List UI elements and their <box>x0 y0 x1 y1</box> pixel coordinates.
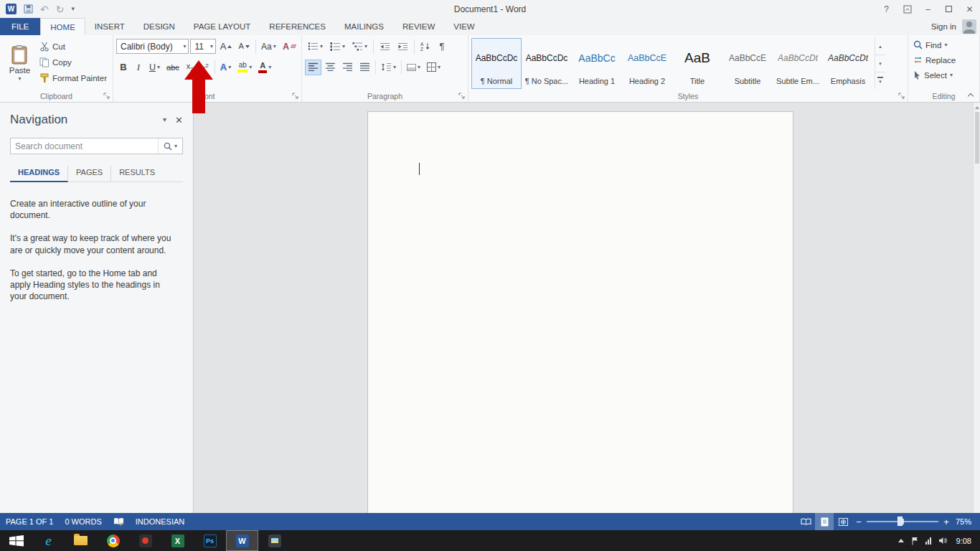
align-right-button[interactable] <box>339 60 356 75</box>
increase-indent-button[interactable] <box>395 39 411 55</box>
app-icon-red[interactable] <box>129 530 161 551</box>
read-mode-button[interactable] <box>796 513 815 530</box>
multilevel-list-button[interactable]: ▾ <box>349 39 370 55</box>
italic-button[interactable]: I <box>131 60 146 75</box>
language-status[interactable]: INDONESIAN <box>130 513 190 530</box>
align-center-button[interactable] <box>322 60 339 75</box>
style-subtitle[interactable]: AaBbCcE Subtitle <box>722 38 773 89</box>
zoom-in-button[interactable]: + <box>940 513 953 530</box>
style-heading-1[interactable]: AaBbCc Heading 1 <box>572 38 622 89</box>
zoom-slider-thumb[interactable] <box>897 517 903 526</box>
scrollbar-up-icon[interactable] <box>975 106 979 109</box>
bullets-button[interactable]: ▾ <box>305 39 326 55</box>
subscript-button[interactable]: x2 <box>183 60 197 75</box>
styles-scroll-down-icon[interactable]: ▾ <box>875 55 885 72</box>
clear-formatting-button[interactable]: A <box>280 39 298 55</box>
minimize-button[interactable]: – <box>918 0 938 18</box>
search-button[interactable]: ▾ <box>158 138 182 154</box>
tab-insert[interactable]: INSERT <box>85 18 134 35</box>
tab-home[interactable]: HOME <box>40 18 85 35</box>
cut-button[interactable]: Cut <box>37 39 110 54</box>
show-hide-pilcrow-button[interactable]: ¶ <box>435 39 449 55</box>
font-family-combo[interactable]: Calibri (Body) ▾ <box>116 39 189 54</box>
page-count[interactable]: PAGE 1 OF 1 <box>0 513 59 530</box>
find-button[interactable]: Find ▾ <box>911 37 976 52</box>
tab-mailings[interactable]: MAILINGS <box>335 18 393 35</box>
zoom-slider[interactable] <box>865 513 940 530</box>
start-button[interactable] <box>0 530 32 551</box>
show-hidden-icons-icon[interactable] <box>898 539 904 542</box>
word-taskbar-icon[interactable]: W <box>226 530 258 551</box>
collapse-ribbon-icon[interactable] <box>966 91 975 98</box>
borders-button[interactable]: ▾ <box>424 60 443 75</box>
style-normal[interactable]: AaBbCcDc ¶ Normal <box>471 38 522 89</box>
document-canvas[interactable] <box>194 103 973 513</box>
style-subtle-emphasis[interactable]: AaBbCcDt Subtle Em... <box>773 38 823 89</box>
bold-button[interactable]: B <box>116 60 131 75</box>
network-icon[interactable] <box>925 537 931 545</box>
copy-button[interactable]: Copy <box>37 55 110 70</box>
word-count[interactable]: 0 WORDS <box>59 513 107 530</box>
document-page[interactable] <box>367 111 793 513</box>
strikethrough-button[interactable]: abc <box>164 60 182 75</box>
nav-tab-pages[interactable]: PAGES <box>68 166 111 182</box>
style-emphasis[interactable]: AaBbCcDt Emphasis <box>823 38 873 89</box>
styles-dialog-launcher-icon[interactable] <box>897 92 906 100</box>
zoom-level[interactable]: 75% <box>953 517 980 526</box>
justify-button[interactable] <box>357 60 373 75</box>
paste-button[interactable]: Paste ▾ <box>3 37 37 90</box>
sign-in-area[interactable]: Sign in <box>931 18 980 35</box>
paragraph-dialog-launcher-icon[interactable] <box>458 92 466 100</box>
style-heading-2[interactable]: AaBbCcE Heading 2 <box>622 38 672 89</box>
photoshop-icon[interactable]: Ps <box>194 530 226 551</box>
close-button[interactable]: ✕ <box>959 0 980 18</box>
nav-tab-headings[interactable]: HEADINGS <box>10 166 68 182</box>
tab-page-layout[interactable]: PAGE LAYOUT <box>184 18 260 35</box>
format-painter-button[interactable]: Format Painter <box>37 70 110 85</box>
ribbon-display-options-icon[interactable] <box>897 0 918 18</box>
select-button[interactable]: Select ▾ <box>911 67 976 83</box>
style-no-spacing[interactable]: AaBbCcDc ¶ No Spac... <box>522 38 572 89</box>
numbering-button[interactable]: ▾ <box>327 39 348 55</box>
tab-references[interactable]: REFERENCES <box>260 18 335 35</box>
decrease-indent-button[interactable] <box>377 39 393 55</box>
avatar[interactable] <box>962 19 976 34</box>
shading-button[interactable]: ▾ <box>404 60 423 75</box>
zoom-out-button[interactable]: − <box>852 513 865 530</box>
vertical-scrollbar[interactable] <box>973 103 980 513</box>
word-app-icon[interactable]: W <box>6 4 17 14</box>
clipboard-dialog-launcher-icon[interactable] <box>103 92 111 100</box>
save-icon[interactable] <box>24 4 33 14</box>
sign-in-label[interactable]: Sign in <box>931 22 956 31</box>
internet-explorer-icon[interactable]: e <box>32 530 65 551</box>
proofing-status[interactable] <box>108 513 130 530</box>
scrollbar-thumb[interactable] <box>975 112 979 164</box>
align-left-button[interactable] <box>305 60 321 75</box>
print-layout-button[interactable] <box>815 513 834 530</box>
font-size-combo[interactable]: 11 ▾ <box>190 39 216 54</box>
text-effects-button[interactable]: A▾ <box>217 60 234 75</box>
taskbar-clock[interactable]: 9:08 <box>955 537 971 545</box>
customize-quick-access-icon[interactable]: ▾ <box>71 6 75 12</box>
line-spacing-button[interactable]: ▾ <box>378 60 399 75</box>
navigation-pane-close-icon[interactable]: ✕ <box>175 115 183 126</box>
navigation-pane-options-icon[interactable]: ▾ <box>163 116 166 123</box>
action-center-flag-icon[interactable] <box>911 537 918 545</box>
search-input[interactable] <box>11 138 158 154</box>
font-color-button[interactable]: A▾ <box>255 60 274 75</box>
font-dialog-launcher-icon[interactable] <box>291 92 300 100</box>
highlight-button[interactable]: ab▾ <box>235 60 255 75</box>
nav-tab-results[interactable]: RESULTS <box>111 166 163 182</box>
excel-icon[interactable]: X <box>161 530 194 551</box>
replace-button[interactable]: Replace <box>911 52 976 67</box>
underline-button[interactable]: U▾ <box>146 60 163 75</box>
superscript-button[interactable]: x2 <box>198 60 212 75</box>
chrome-icon[interactable] <box>97 530 129 551</box>
help-icon[interactable]: ? <box>876 0 897 18</box>
web-layout-button[interactable] <box>834 513 852 530</box>
file-explorer-icon[interactable] <box>65 530 97 551</box>
maximize-button[interactable] <box>938 0 959 18</box>
styles-scroll-up-icon[interactable]: ▴ <box>875 38 885 55</box>
volume-icon[interactable] <box>938 537 948 545</box>
sort-button[interactable]: AZ <box>418 39 433 55</box>
